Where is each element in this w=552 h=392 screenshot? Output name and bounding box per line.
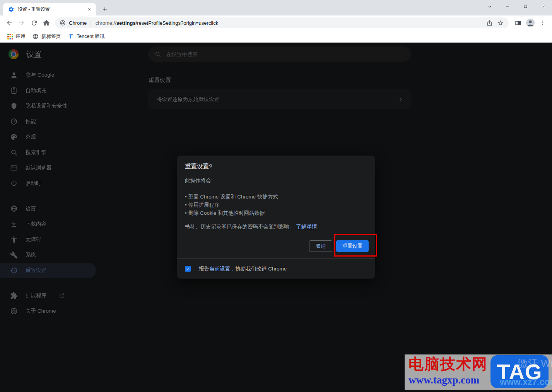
settings-header: 设置 <box>0 43 96 60</box>
browser-tab[interactable]: 设置 - 重置设置 <box>3 3 96 15</box>
sidebar-divider <box>0 196 96 196</box>
watermark-banner: 电脑技术网 www.tagxp.com TAG 激活 Wind www.xz7.… <box>405 354 552 390</box>
bookmark-new-tab[interactable]: 新标签页 <box>29 32 64 41</box>
dialog-bullet: • 重置 Chrome 设置和 Chrome 快捷方式 <box>185 193 367 201</box>
dialog-bullet: • 删除 Cookie 和其他临时网站数据 <box>185 209 367 217</box>
browser-window-icon <box>10 164 18 172</box>
settings-sidebar: 设置 您与 Google 自动填充 隐私设置和安全性 性能 外观 <box>0 43 96 392</box>
sidebar-item-on-startup[interactable]: 启动时 <box>0 176 96 191</box>
chrome-logo-icon <box>9 49 19 59</box>
settings-search-input[interactable] <box>166 51 405 57</box>
chevron-right-icon <box>397 96 404 103</box>
new-tab-button[interactable] <box>100 4 110 14</box>
sidebar-item-appearance[interactable]: 外观 <box>0 129 96 145</box>
home-button[interactable] <box>40 17 53 29</box>
wrench-icon <box>10 251 18 259</box>
tencent-icon <box>68 33 74 39</box>
omnibox-url[interactable]: chrome://settings/resetProfileSettings?o… <box>96 20 484 26</box>
sidebar-item-privacy-security[interactable]: 隐私设置和安全性 <box>0 98 96 114</box>
external-link-icon <box>59 293 65 299</box>
menu-dots-icon[interactable] <box>537 17 549 29</box>
bookmarks-bar: 应用 新标签页 Tencent 腾讯 <box>0 30 552 43</box>
sidebar-item-performance[interactable]: 性能 <box>0 114 96 129</box>
sidebar-item-default-browser[interactable]: 默认浏览器 <box>0 160 96 176</box>
section-heading: 重置设置 <box>149 77 171 84</box>
bookmark-label: 应用 <box>16 33 26 40</box>
cancel-button[interactable]: 取消 <box>309 240 332 252</box>
dialog-intro: 此操作将会: <box>177 171 375 184</box>
sidebar-item-languages[interactable]: 语言 <box>0 201 96 216</box>
sidebar-item-search-engine[interactable]: 搜索引擎 <box>0 145 96 160</box>
power-icon <box>10 180 18 187</box>
sidebar-item-you-and-google[interactable]: 您与 Google <box>0 67 96 83</box>
history-restore-icon <box>10 267 18 274</box>
tab-favicon-gear-icon <box>8 6 14 12</box>
sidebar-item-extensions[interactable]: 扩展程序 <box>0 288 96 303</box>
address-bar[interactable]: Chrome | chrome://settings/resetProfileS… <box>55 17 509 28</box>
magnifier-icon <box>10 149 18 156</box>
watermark-ghost-url: www.xz7.com <box>500 377 552 387</box>
speedometer-icon <box>10 118 18 125</box>
checkmark-icon <box>186 267 190 271</box>
person-icon <box>10 71 18 79</box>
bookmark-label: Tencent 腾讯 <box>77 33 104 40</box>
tab-search-chevron-icon[interactable] <box>481 0 499 13</box>
omnibox-app-label: Chrome <box>69 20 87 26</box>
current-settings-link[interactable]: 当前设置 <box>209 266 230 272</box>
report-settings-checkbox[interactable] <box>185 266 191 272</box>
page-title: 设置 <box>26 49 42 60</box>
window-close-button[interactable] <box>534 0 552 13</box>
window-maximize-button[interactable] <box>516 0 534 13</box>
window-minimize-button[interactable] <box>499 0 516 13</box>
reload-button[interactable] <box>28 17 40 29</box>
search-icon <box>154 51 161 58</box>
share-icon[interactable] <box>484 17 495 28</box>
clipboard-icon <box>10 87 18 94</box>
bookmark-star-icon[interactable] <box>495 17 506 28</box>
report-settings-row: 报告当前设置，协助我们改进 Chrome <box>185 259 367 279</box>
report-settings-label: 报告当前设置，协助我们改进 Chrome <box>199 265 287 272</box>
side-panel-icon[interactable] <box>512 17 524 29</box>
sidebar-item-system[interactable]: 系统 <box>0 247 96 263</box>
dialog-bullet: • 停用扩展程序 <box>185 201 367 209</box>
bookmark-tencent[interactable]: Tencent 腾讯 <box>64 32 108 41</box>
bookmark-apps[interactable]: 应用 <box>4 32 29 41</box>
dialog-bullet-list: • 重置 Chrome 设置和 Chrome 快捷方式 • 停用扩展程序 • 删… <box>177 184 375 217</box>
shield-icon <box>10 102 18 110</box>
globe-icon <box>32 33 39 39</box>
forward-button[interactable] <box>15 17 28 29</box>
watermark-site-name: 电脑技术网 <box>408 355 488 373</box>
dialog-note: 书签、历史记录和已保存的密码不会受到影响。 了解详情 <box>177 217 375 230</box>
sidebar-item-reset-settings[interactable]: 重置设置 <box>0 263 96 278</box>
learn-more-link[interactable]: 了解详情 <box>296 224 317 229</box>
back-button[interactable] <box>3 17 15 29</box>
sidebar-item-downloads[interactable]: 下载内容 <box>0 216 96 232</box>
tab-close-icon[interactable] <box>86 6 93 13</box>
bookmark-label: 新标签页 <box>41 33 61 40</box>
omnibox-separator: | <box>90 20 91 26</box>
tab-strip: 设置 - 重置设置 <box>0 0 552 15</box>
dialog-title: 重置设置? <box>177 156 375 171</box>
apps-grid-icon <box>7 34 13 39</box>
restore-defaults-label: 将设置还原为原始默认设置 <box>157 96 219 103</box>
globe-icon <box>10 205 18 212</box>
sidebar-item-about-chrome[interactable]: 关于 Chrome <box>0 303 96 319</box>
download-icon <box>10 220 18 228</box>
restore-defaults-row[interactable]: 将设置还原为原始默认设置 <box>148 89 411 109</box>
profile-avatar[interactable] <box>524 17 537 29</box>
sidebar-item-autofill[interactable]: 自动填充 <box>0 83 96 98</box>
browser-toolbar: Chrome | chrome://settings/resetProfileS… <box>0 15 552 30</box>
accessibility-icon <box>10 236 18 243</box>
watermark-ghost-text: 激活 Wind <box>518 357 552 370</box>
watermark-site-url: www.tagxp.com <box>408 373 479 387</box>
tab-title: 设置 - 重置设置 <box>18 6 86 13</box>
palette-icon <box>10 133 18 141</box>
reset-settings-dialog: 重置设置? 此操作将会: • 重置 Chrome 设置和 Chrome 快捷方式… <box>177 156 375 279</box>
annotation-highlight-box <box>334 234 377 257</box>
sidebar-item-accessibility[interactable]: 无障碍 <box>0 232 96 247</box>
chrome-glyph-icon <box>60 20 66 26</box>
puzzle-icon <box>10 292 18 300</box>
chrome-logo-icon <box>10 307 18 315</box>
settings-search[interactable] <box>148 46 411 62</box>
sidebar-divider <box>0 283 96 283</box>
